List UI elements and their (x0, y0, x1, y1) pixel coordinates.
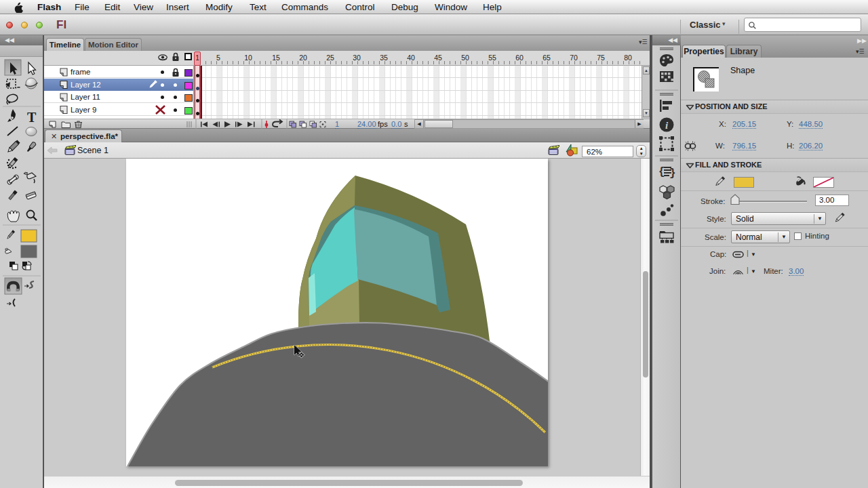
svg-text:}: } (669, 167, 676, 180)
svg-text:T: T (27, 110, 37, 125)
